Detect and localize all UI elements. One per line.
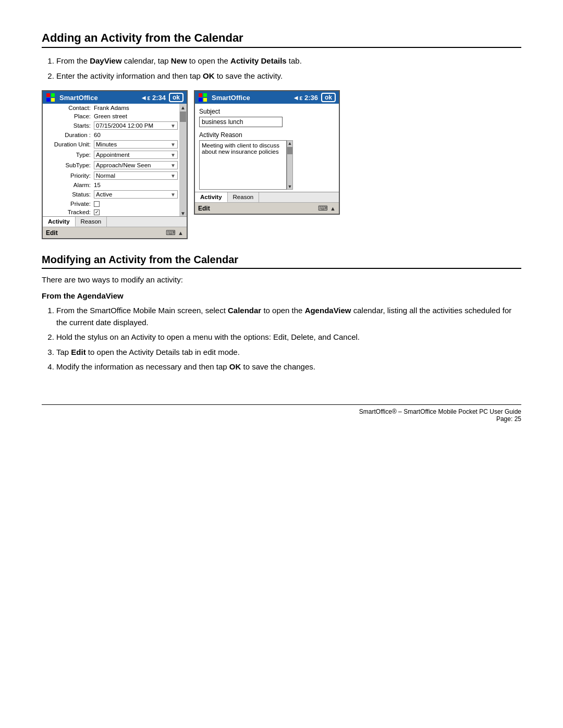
svg-rect-3 [51, 98, 55, 102]
left-up-arrow[interactable]: ▲ [178, 230, 183, 236]
left-time: ◄ε 2:34 [140, 94, 166, 102]
right-tab-reason[interactable]: Reason [228, 192, 260, 202]
right-titlebar-right: ◄ε 2:36 ok [292, 93, 336, 102]
section2-steps: From the SmartOffice Mobile Main screen,… [56, 305, 521, 373]
private-value[interactable] [92, 200, 179, 208]
field-duration-unit: Duration Unit: Minutes ▼ [43, 139, 179, 150]
reason-scroll-thumb[interactable] [287, 147, 292, 154]
left-scrollbar[interactable]: ▲ ▼ [179, 104, 187, 216]
alarm-value: 15 [92, 181, 179, 189]
duration-unit-text: Minutes [96, 141, 117, 147]
left-bottombar: Edit ⌨ ▲ [43, 227, 187, 238]
footer-right: SmartOffice® – SmartOffice Mobile Pocket… [359, 408, 521, 423]
right-screen: SmartOffice ◄ε 2:36 ok Subject business … [194, 90, 340, 215]
priority-label: Priority: [43, 170, 92, 181]
status-text: Active [96, 191, 112, 198]
scroll-down-arrow[interactable]: ▼ [180, 211, 186, 216]
duration-unit-label: Duration Unit: [43, 139, 92, 150]
footer-brand: SmartOffice® – SmartOffice Mobile Pocket… [359, 408, 521, 415]
left-tab-activity[interactable]: Activity [43, 217, 76, 227]
reason-area: Meeting with client to discuss about new… [199, 140, 335, 190]
svg-rect-6 [199, 98, 202, 102]
starts-text: 07/15/2004 12:00 PM [96, 122, 153, 129]
subtype-arrow: ▼ [170, 163, 176, 168]
left-form-area: Contact: Frank Adams Place: Green street… [43, 104, 179, 216]
type-value[interactable]: Appointment ▼ [92, 150, 179, 160]
starts-label: Starts: [43, 120, 92, 131]
priority-value[interactable]: Normal ▼ [92, 170, 179, 181]
field-private: Private: [43, 200, 179, 208]
field-alarm: Alarm: 15 [43, 181, 179, 189]
type-label: Type: [43, 150, 92, 160]
left-ok-badge[interactable]: ok [169, 93, 183, 102]
section2-step1: From the SmartOffice Mobile Main screen,… [56, 305, 521, 328]
subtype-label: SubType: [43, 160, 92, 170]
left-form-table: Contact: Frank Adams Place: Green street… [43, 104, 179, 216]
keyboard-icon[interactable]: ⌨ [166, 229, 176, 237]
subject-input[interactable]: business lunch [199, 117, 283, 127]
tracked-checkbox[interactable]: ✓ [94, 209, 100, 215]
type-text: Appointment [96, 152, 130, 158]
duration-value: 60 [92, 131, 179, 139]
duration-unit-value[interactable]: Minutes ▼ [92, 139, 179, 150]
section2-step4: Modify the information as necessary and … [56, 361, 521, 373]
activity-reason-section: Activity Reason Meeting with client to d… [199, 131, 335, 190]
reason-text: Meeting with client to discuss about new… [202, 142, 279, 155]
reason-scrollbar[interactable]: ▲ ▼ [287, 140, 293, 190]
subtype-value[interactable]: Approach/New Seen ▼ [92, 160, 179, 170]
private-checkbox[interactable] [94, 201, 100, 207]
right-tabs: Activity Reason [195, 192, 339, 202]
field-subtype: SubType: Approach/New Seen ▼ [43, 160, 179, 170]
right-bottombar-right: ⌨ ▲ [318, 204, 336, 212]
section2-step3: Tap Edit to open the Activity Details ta… [56, 347, 521, 359]
status-label: Status: [43, 189, 92, 200]
page-footer: SmartOffice® – SmartOffice Mobile Pocket… [42, 404, 521, 423]
priority-text: Normal [96, 172, 115, 179]
section1-step2: Enter the activity information and then … [56, 70, 521, 82]
field-status: Status: Active ▼ [43, 189, 179, 200]
contact-label: Contact: [43, 104, 92, 112]
status-arrow: ▼ [170, 192, 176, 198]
starts-dropdown-arrow: ▼ [170, 123, 176, 129]
left-body: Contact: Frank Adams Place: Green street… [43, 104, 187, 216]
right-time: ◄ε 2:36 [292, 94, 318, 102]
right-up-arrow[interactable]: ▲ [330, 205, 336, 212]
left-tabs: Activity Reason [43, 216, 187, 227]
duration-unit-arrow: ▼ [170, 142, 176, 147]
field-contact: Contact: Frank Adams [43, 104, 179, 112]
section1-title: Adding an Activity from the Calendar [42, 31, 521, 48]
place-label: Place: [43, 112, 92, 120]
tracked-value[interactable]: ✓ [92, 208, 179, 216]
starts-value[interactable]: 07/15/2004 12:00 PM ▼ [92, 120, 179, 131]
footer-page-number: 25 [515, 415, 521, 423]
reason-textarea[interactable]: Meeting with client to discuss about new… [199, 140, 287, 190]
scroll-thumb[interactable] [180, 112, 186, 122]
windows-flag-icon [46, 93, 55, 102]
priority-arrow: ▼ [170, 173, 176, 179]
right-keyboard-icon[interactable]: ⌨ [318, 204, 328, 212]
scroll-up-arrow[interactable]: ▲ [180, 105, 186, 110]
status-value[interactable]: Active ▼ [92, 189, 179, 200]
private-label: Private: [43, 200, 92, 208]
left-app-name: SmartOffice [59, 94, 98, 102]
reason-scroll-up[interactable]: ▲ [288, 141, 292, 146]
subject-input-wrapper[interactable]: business lunch [199, 117, 335, 127]
left-edit-label[interactable]: Edit [46, 229, 58, 237]
duration-label: Duration : [43, 131, 92, 139]
right-body: Subject business lunch Activity Reason M… [195, 104, 339, 192]
type-arrow: ▼ [170, 152, 176, 158]
right-bottombar: Edit ⌨ ▲ [195, 202, 339, 214]
svg-rect-7 [203, 98, 207, 102]
right-app-name: SmartOffice [212, 94, 250, 102]
alarm-label: Alarm: [43, 181, 92, 189]
right-ok-badge[interactable]: ok [321, 93, 336, 102]
right-titlebar: SmartOffice ◄ε 2:36 ok [195, 91, 339, 104]
right-edit-label[interactable]: Edit [198, 205, 210, 212]
left-titlebar-right: ◄ε 2:34 ok [140, 93, 183, 102]
tracked-label: Tracked: [43, 208, 92, 216]
right-tab-activity[interactable]: Activity [195, 192, 228, 202]
field-tracked: Tracked: ✓ [43, 208, 179, 216]
left-titlebar: SmartOffice ◄ε 2:34 ok [43, 91, 187, 104]
reason-scroll-down[interactable]: ▼ [288, 184, 292, 189]
left-tab-reason[interactable]: Reason [76, 217, 107, 227]
